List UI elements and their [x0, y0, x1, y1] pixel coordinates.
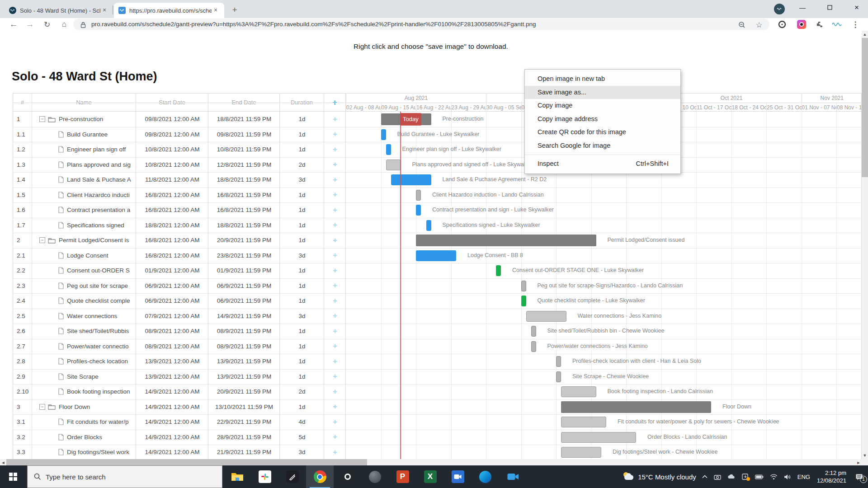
new-tab-button[interactable]: +	[229, 5, 241, 16]
gantt-bar[interactable]	[496, 265, 501, 276]
row-add-button[interactable]: +	[324, 206, 346, 215]
extensions-puzzle-icon[interactable]	[814, 18, 825, 31]
table-row[interactable]: 2.4Quote checklist comple06/9/2021 12:00…	[13, 293, 346, 309]
table-row[interactable]: 2.7Power/water connectio08/9/2021 12:00 …	[13, 339, 346, 354]
zoom-out-icon[interactable]	[737, 19, 747, 31]
start-button[interactable]	[0, 465, 26, 488]
row-add-button[interactable]: +	[324, 432, 346, 441]
gantt-bar[interactable]	[426, 220, 431, 231]
table-row[interactable]: 1.3Plans approved and sig10/8/2021 12:00…	[13, 157, 346, 173]
row-add-button[interactable]: +	[324, 296, 346, 305]
menu-item-create-qr-code-for-this-image[interactable]: Create QR code for this image	[525, 126, 680, 139]
gantt-bar[interactable]	[521, 296, 526, 306]
table-row[interactable]: 2.9Site Scrape13/9/2021 12:00 AM13/9/202…	[13, 369, 346, 385]
row-add-button[interactable]: +	[324, 236, 346, 245]
gantt-bar[interactable]	[416, 205, 421, 216]
gantt-bar[interactable]	[416, 235, 596, 246]
gantt-bar[interactable]	[521, 281, 526, 291]
wifi-icon[interactable]	[770, 474, 778, 480]
row-add-button[interactable]: +	[324, 251, 346, 260]
collapse-icon[interactable]: −	[39, 404, 45, 410]
tab-close-icon[interactable]: ×	[212, 6, 220, 14]
row-add-button[interactable]: +	[324, 327, 346, 336]
vertical-scrollbar[interactable]: ▲ ▼	[862, 31, 868, 459]
table-row[interactable]: 3.1Fit conduits for water/p14/9/2021 12:…	[13, 414, 346, 430]
extension-colorful-icon[interactable]	[796, 18, 807, 31]
taskbar-app-slack[interactable]	[251, 465, 278, 488]
table-row[interactable]: 3.2Order Blocks14/9/2021 12:00 AM28/9/20…	[13, 430, 346, 445]
menu-item-save-image-as-[interactable]: Save image as...	[525, 86, 680, 99]
gantt-bar[interactable]	[386, 144, 391, 155]
taskbar-app-excel[interactable]: X	[416, 465, 444, 488]
taskbar-app-pen[interactable]	[278, 465, 306, 488]
taskbar-app-video-call[interactable]	[499, 465, 527, 488]
taskbar-app-camera-ring[interactable]	[334, 465, 361, 488]
table-row[interactable]: 1.6Contract presentation a16/8/2021 12:0…	[13, 202, 346, 218]
row-add-button[interactable]: +	[324, 115, 346, 124]
table-row[interactable]: 2.8Profiles-check location13/9/2021 12:0…	[13, 354, 346, 369]
gantt-bar[interactable]	[556, 356, 561, 367]
row-add-button[interactable]: +	[324, 387, 346, 396]
menu-item-search-google-for-image[interactable]: Search Google for image	[525, 139, 680, 153]
gantt-bar[interactable]	[561, 417, 606, 427]
maximize-button[interactable]	[819, 0, 840, 16]
row-add-button[interactable]: +	[324, 357, 346, 366]
scroll-down-icon[interactable]: ▼	[862, 453, 868, 458]
table-row[interactable]: 1.4Land Sale & Puchase A11/8/2021 12:00 …	[13, 172, 346, 188]
vertical-scroll-thumb[interactable]	[862, 38, 868, 177]
tray-camera-icon[interactable]	[714, 474, 721, 480]
scroll-right-icon[interactable]: ►	[856, 460, 861, 465]
row-add-button[interactable]: +	[324, 448, 346, 457]
table-row[interactable]: 1.2Engineer plan sign off10/8/2021 12:00…	[13, 142, 346, 157]
row-add-button[interactable]: +	[324, 372, 346, 381]
taskbar-app-teams[interactable]	[444, 465, 472, 488]
table-row[interactable]: 2.10Book footing inspection14/9/2021 12:…	[13, 384, 346, 399]
forward-icon[interactable]: →	[24, 18, 36, 31]
horizontal-scroll-thumb[interactable]	[6, 459, 367, 465]
gantt-bar[interactable]	[391, 174, 431, 185]
table-row[interactable]: 2−Permit Lodged/Consent is16/8/2021 12:0…	[13, 233, 346, 248]
table-row[interactable]: 2.3Peg out site for scrape06/9/2021 12:0…	[13, 278, 346, 294]
rave-logo-icon[interactable]	[831, 18, 844, 31]
gantt-bar[interactable]	[416, 250, 456, 261]
table-row[interactable]: 1.7Specifications signed18/8/2021 12:00 …	[13, 218, 346, 233]
taskbar-app-edge[interactable]	[472, 465, 499, 488]
collapse-icon[interactable]: −	[39, 237, 45, 243]
gantt-bar[interactable]	[526, 311, 566, 322]
gantt-bar[interactable]	[561, 432, 636, 443]
address-bar[interactable]: pro.ravebuild.com/s/schedule2/gantt-prev…	[73, 19, 769, 30]
row-add-button[interactable]: +	[324, 402, 346, 411]
gantt-bar[interactable]	[561, 386, 596, 397]
reload-icon[interactable]: ↻	[41, 18, 53, 31]
row-add-button[interactable]: +	[324, 266, 346, 275]
extension-loom-icon[interactable]	[777, 18, 788, 31]
close-button[interactable]: ×	[846, 0, 867, 16]
home-icon[interactable]: ⌂	[58, 18, 71, 31]
gantt-bar[interactable]	[561, 447, 601, 458]
row-add-button[interactable]: +	[324, 311, 346, 320]
table-row[interactable]: 1.1Build Gurantee09/8/2021 12:00 AM09/8/…	[13, 127, 346, 142]
browser-menu-kebab-icon[interactable]: ⋮	[850, 18, 861, 31]
menu-item-copy-image[interactable]: Copy image	[525, 99, 680, 113]
speaker-icon[interactable]	[784, 474, 791, 480]
battery-icon[interactable]	[755, 474, 764, 479]
gantt-bar[interactable]	[416, 190, 421, 201]
back-icon[interactable]: ←	[7, 18, 20, 31]
row-add-button[interactable]: +	[324, 190, 346, 199]
table-row[interactable]: 2.6Site shed/Toilet/Rubbis08/9/2021 12:0…	[13, 324, 346, 339]
profile-avatar[interactable]	[774, 4, 785, 14]
minimize-button[interactable]: —	[792, 0, 813, 16]
weather-widget[interactable]: 15°C Mostly cloudy	[623, 472, 696, 481]
row-add-button[interactable]: +	[324, 130, 346, 139]
table-row[interactable]: 2.1Lodge Consent16/8/2021 12:00 AM23/8/2…	[13, 248, 346, 263]
table-row[interactable]: 3.3Dig footings/Steel work14/9/2021 12:0…	[13, 445, 346, 460]
language-indicator[interactable]: ENG	[797, 474, 810, 480]
onedrive-cloud-icon[interactable]	[727, 474, 736, 479]
menu-item-copy-image-address[interactable]: Copy image address	[525, 113, 680, 126]
scroll-left-icon[interactable]: ◄	[0, 460, 6, 465]
tab-solo-48-ward-st[interactable]: Solo - 48 Ward St (Home) - Sche ×	[5, 3, 113, 18]
menu-item-inspect[interactable]: InspectCtrl+Shift+I	[525, 157, 680, 171]
table-row[interactable]: 1.5Client Hazardco inducti16/8/2021 12:0…	[13, 188, 346, 203]
row-add-button[interactable]: +	[324, 342, 346, 351]
gantt-bar[interactable]	[556, 371, 561, 382]
